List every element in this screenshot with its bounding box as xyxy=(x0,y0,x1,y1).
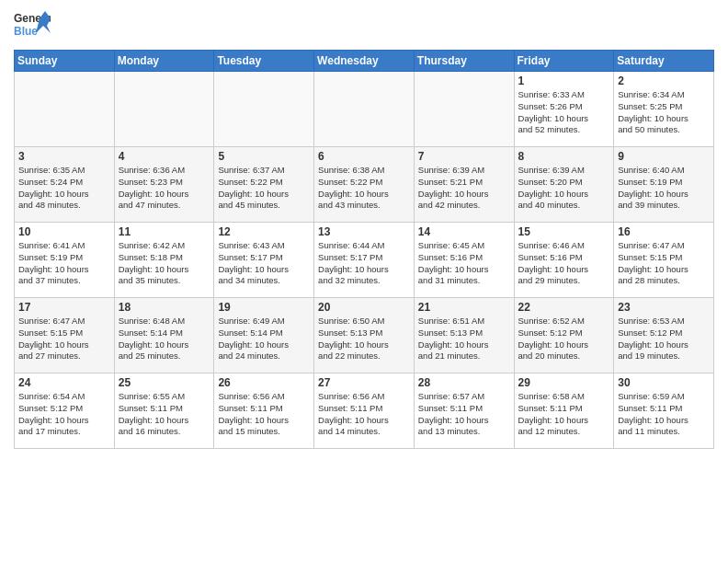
day-info: Sunrise: 6:45 AMSunset: 5:16 PMDaylight:… xyxy=(418,240,510,287)
calendar-week-row: 17Sunrise: 6:47 AMSunset: 5:15 PMDayligh… xyxy=(15,298,714,373)
day-info: Sunrise: 6:34 AMSunset: 5:25 PMDaylight:… xyxy=(618,89,710,136)
day-number: 15 xyxy=(518,225,610,238)
day-number: 13 xyxy=(318,225,410,238)
calendar-cell: 1Sunrise: 6:33 AMSunset: 5:26 PMDaylight… xyxy=(514,72,614,147)
calendar-cell: 22Sunrise: 6:52 AMSunset: 5:12 PMDayligh… xyxy=(514,298,614,373)
day-info: Sunrise: 6:51 AMSunset: 5:13 PMDaylight:… xyxy=(418,316,510,362)
day-info: Sunrise: 6:50 AMSunset: 5:13 PMDaylight:… xyxy=(318,316,410,362)
day-number: 25 xyxy=(119,376,210,389)
day-info: Sunrise: 6:55 AMSunset: 5:11 PMDaylight:… xyxy=(119,391,210,438)
day-info: Sunrise: 6:35 AMSunset: 5:24 PMDaylight:… xyxy=(18,165,110,212)
day-number: 6 xyxy=(318,150,410,163)
day-number: 21 xyxy=(418,301,510,314)
svg-text:Blue: Blue xyxy=(14,25,38,38)
day-number: 10 xyxy=(18,225,110,238)
day-number: 19 xyxy=(218,301,310,314)
day-info: Sunrise: 6:57 AMSunset: 5:11 PMDaylight:… xyxy=(418,391,510,438)
day-info: Sunrise: 6:40 AMSunset: 5:19 PMDaylight:… xyxy=(618,165,710,212)
calendar-cell: 4Sunrise: 6:36 AMSunset: 5:23 PMDaylight… xyxy=(114,147,214,223)
calendar-cell xyxy=(414,72,514,147)
weekday-header-monday: Monday xyxy=(114,51,214,72)
calendar-cell: 27Sunrise: 6:56 AMSunset: 5:11 PMDayligh… xyxy=(314,373,415,449)
day-number: 9 xyxy=(618,150,710,163)
day-number: 27 xyxy=(318,376,410,389)
calendar-cell: 21Sunrise: 6:51 AMSunset: 5:13 PMDayligh… xyxy=(414,298,514,373)
day-number: 26 xyxy=(218,376,310,389)
calendar-cell: 11Sunrise: 6:42 AMSunset: 5:18 PMDayligh… xyxy=(114,223,214,298)
calendar-cell: 19Sunrise: 6:49 AMSunset: 5:14 PMDayligh… xyxy=(214,298,314,373)
calendar-cell: 2Sunrise: 6:34 AMSunset: 5:25 PMDaylight… xyxy=(614,72,714,147)
calendar-cell: 12Sunrise: 6:43 AMSunset: 5:17 PMDayligh… xyxy=(214,223,314,298)
calendar-cell: 30Sunrise: 6:59 AMSunset: 5:11 PMDayligh… xyxy=(614,373,714,449)
calendar-cell: 5Sunrise: 6:37 AMSunset: 5:22 PMDaylight… xyxy=(214,147,314,223)
day-info: Sunrise: 6:37 AMSunset: 5:22 PMDaylight:… xyxy=(218,165,310,212)
logo-icon: General Blue xyxy=(14,9,51,42)
day-number: 7 xyxy=(418,150,510,163)
day-info: Sunrise: 6:48 AMSunset: 5:14 PMDaylight:… xyxy=(119,316,210,362)
day-info: Sunrise: 6:36 AMSunset: 5:23 PMDaylight:… xyxy=(119,165,210,212)
calendar-cell: 10Sunrise: 6:41 AMSunset: 5:19 PMDayligh… xyxy=(15,223,115,298)
day-number: 1 xyxy=(518,75,610,87)
calendar-cell: 15Sunrise: 6:46 AMSunset: 5:16 PMDayligh… xyxy=(514,223,614,298)
day-number: 18 xyxy=(119,301,210,314)
day-info: Sunrise: 6:56 AMSunset: 5:11 PMDaylight:… xyxy=(318,391,410,438)
day-number: 23 xyxy=(618,301,710,314)
calendar-cell: 8Sunrise: 6:39 AMSunset: 5:20 PMDaylight… xyxy=(514,147,614,223)
calendar-cell xyxy=(114,72,214,147)
day-info: Sunrise: 6:33 AMSunset: 5:26 PMDaylight:… xyxy=(518,89,610,136)
day-number: 17 xyxy=(18,301,110,314)
day-number: 14 xyxy=(418,225,510,238)
day-info: Sunrise: 6:47 AMSunset: 5:15 PMDaylight:… xyxy=(18,316,110,362)
day-info: Sunrise: 6:47 AMSunset: 5:15 PMDaylight:… xyxy=(618,240,710,287)
calendar-cell: 26Sunrise: 6:56 AMSunset: 5:11 PMDayligh… xyxy=(214,373,314,449)
calendar-cell: 29Sunrise: 6:58 AMSunset: 5:11 PMDayligh… xyxy=(514,373,614,449)
weekday-header-saturday: Saturday xyxy=(614,51,714,72)
day-number: 2 xyxy=(618,75,710,87)
day-number: 4 xyxy=(119,150,210,163)
day-info: Sunrise: 6:46 AMSunset: 5:16 PMDaylight:… xyxy=(518,240,610,287)
day-info: Sunrise: 6:58 AMSunset: 5:11 PMDaylight:… xyxy=(518,391,610,438)
day-info: Sunrise: 6:56 AMSunset: 5:11 PMDaylight:… xyxy=(218,391,310,438)
day-info: Sunrise: 6:41 AMSunset: 5:19 PMDaylight:… xyxy=(18,240,110,287)
day-info: Sunrise: 6:59 AMSunset: 5:11 PMDaylight:… xyxy=(618,391,710,438)
weekday-header-wednesday: Wednesday xyxy=(314,51,415,72)
calendar-cell xyxy=(15,72,115,147)
calendar-cell: 13Sunrise: 6:44 AMSunset: 5:17 PMDayligh… xyxy=(314,223,415,298)
page-header: General Blue xyxy=(14,9,714,42)
day-number: 30 xyxy=(618,376,710,389)
day-number: 24 xyxy=(18,376,110,389)
calendar-cell xyxy=(314,72,415,147)
day-info: Sunrise: 6:43 AMSunset: 5:17 PMDaylight:… xyxy=(218,240,310,287)
day-info: Sunrise: 6:53 AMSunset: 5:12 PMDaylight:… xyxy=(618,316,710,362)
weekday-header-sunday: Sunday xyxy=(15,51,115,72)
calendar-week-row: 3Sunrise: 6:35 AMSunset: 5:24 PMDaylight… xyxy=(15,147,714,223)
day-info: Sunrise: 6:42 AMSunset: 5:18 PMDaylight:… xyxy=(119,240,210,287)
calendar-cell: 6Sunrise: 6:38 AMSunset: 5:22 PMDaylight… xyxy=(314,147,415,223)
day-number: 12 xyxy=(218,225,310,238)
calendar-table: SundayMondayTuesdayWednesdayThursdayFrid… xyxy=(14,50,714,449)
day-number: 8 xyxy=(518,150,610,163)
weekday-header-tuesday: Tuesday xyxy=(214,51,314,72)
calendar-cell: 9Sunrise: 6:40 AMSunset: 5:19 PMDaylight… xyxy=(614,147,714,223)
calendar-cell xyxy=(214,72,314,147)
calendar-cell: 16Sunrise: 6:47 AMSunset: 5:15 PMDayligh… xyxy=(614,223,714,298)
calendar-cell: 20Sunrise: 6:50 AMSunset: 5:13 PMDayligh… xyxy=(314,298,415,373)
day-number: 11 xyxy=(119,225,210,238)
day-info: Sunrise: 6:52 AMSunset: 5:12 PMDaylight:… xyxy=(518,316,610,362)
calendar-week-row: 10Sunrise: 6:41 AMSunset: 5:19 PMDayligh… xyxy=(15,223,714,298)
weekday-header-thursday: Thursday xyxy=(414,51,514,72)
day-info: Sunrise: 6:49 AMSunset: 5:14 PMDaylight:… xyxy=(218,316,310,362)
calendar-cell: 17Sunrise: 6:47 AMSunset: 5:15 PMDayligh… xyxy=(15,298,115,373)
day-number: 22 xyxy=(518,301,610,314)
logo: General Blue xyxy=(14,9,51,42)
day-info: Sunrise: 6:39 AMSunset: 5:20 PMDaylight:… xyxy=(518,165,610,212)
day-number: 5 xyxy=(218,150,310,163)
calendar-cell: 24Sunrise: 6:54 AMSunset: 5:12 PMDayligh… xyxy=(15,373,115,449)
calendar-cell: 23Sunrise: 6:53 AMSunset: 5:12 PMDayligh… xyxy=(614,298,714,373)
day-info: Sunrise: 6:54 AMSunset: 5:12 PMDaylight:… xyxy=(18,391,110,438)
calendar-week-row: 24Sunrise: 6:54 AMSunset: 5:12 PMDayligh… xyxy=(15,373,714,449)
calendar-cell: 3Sunrise: 6:35 AMSunset: 5:24 PMDaylight… xyxy=(15,147,115,223)
day-info: Sunrise: 6:38 AMSunset: 5:22 PMDaylight:… xyxy=(318,165,410,212)
day-info: Sunrise: 6:39 AMSunset: 5:21 PMDaylight:… xyxy=(418,165,510,212)
weekday-header-friday: Friday xyxy=(514,51,614,72)
